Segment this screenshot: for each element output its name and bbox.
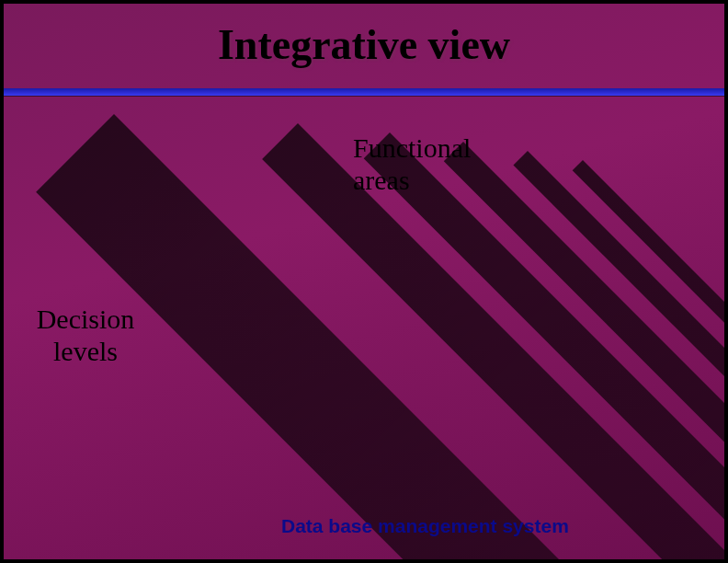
dbms-label: Data base management system <box>281 515 569 537</box>
functional-areas-label: Functional areas <box>353 132 471 196</box>
text-line: levels <box>26 336 145 368</box>
title-underline <box>4 88 724 96</box>
decision-levels-label: Decision levels <box>26 304 145 367</box>
slide-title: Integrative view <box>4 20 724 69</box>
text-line: Decision <box>26 304 145 336</box>
text-line: Functional <box>353 132 471 165</box>
slide: Integrative view Functional areas Decisi… <box>4 4 724 559</box>
text-line: areas <box>353 165 471 197</box>
